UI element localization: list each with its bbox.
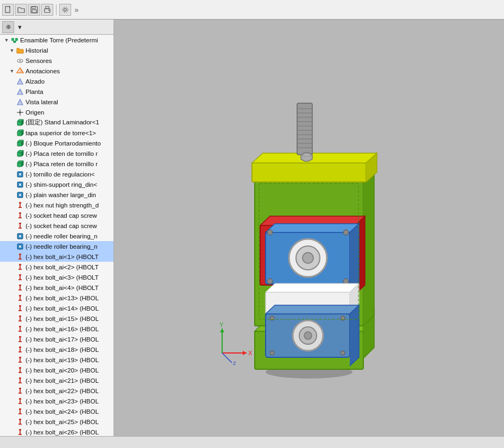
tree-label-hbolt19: (-) hex bolt_ai<19> (HBOL — [26, 357, 99, 363]
tree-item-socket2[interactable]: (-) socket head cap screw — [0, 220, 114, 231]
open-button[interactable] — [15, 4, 27, 16]
folder-icon-historial — [16, 46, 24, 55]
expand-icon-hbolt26 — [9, 429, 15, 436]
tree-item-hbolt15[interactable]: (-) hex bolt_ai<15> (HBOL — [0, 313, 114, 324]
tree-item-hbolt22[interactable]: (-) hex bolt_ai<22> (HBOL — [0, 386, 114, 396]
svg-rect-68 — [18, 269, 22, 270]
expand-icon-socket1 — [9, 212, 15, 219]
bolt-icon-hbolt15 — [16, 314, 24, 323]
expand-icon-hbolt24 — [9, 408, 15, 415]
svg-rect-98 — [18, 372, 22, 373]
expand-icon-hbolt4 — [9, 285, 15, 291]
tree-item-tornillo[interactable]: (-) tornillo de regulacion< — [0, 169, 114, 179]
tree-item-alzado[interactable]: Alzado — [0, 76, 114, 86]
feature-icon-needle1 — [16, 232, 24, 241]
tree-root[interactable]: ▼ Ensamble Torre (Predetermi — [0, 35, 114, 45]
tree-item-shim[interactable]: (-) shim-support ring_din< — [0, 179, 114, 190]
tree-item-tapa[interactable]: tapa superior de torre<1> — [0, 128, 114, 138]
tree-item-hbolt14[interactable]: (-) hex bolt_ai<14> (HBOL — [0, 303, 114, 313]
expand-icon-hexnut — [9, 202, 15, 209]
svg-rect-75 — [19, 295, 21, 296]
tree-item-hbolt17[interactable]: (-) hex bolt_ai<17> (HBOL — [0, 334, 114, 344]
tree-label-bloque: (-) Bloque Portarodamiento — [26, 140, 101, 147]
svg-rect-3 — [32, 10, 36, 12]
tree-item-hbolt25[interactable]: (-) hex bolt_ai<25> (HBOL — [0, 417, 114, 427]
feature-icon-washer — [16, 191, 24, 199]
tree-item-hbolt19[interactable]: (-) hex bolt_ai<19> (HBOL — [0, 355, 114, 365]
bolt-icon-hbolt22 — [16, 387, 24, 395]
tree-item-hbolt4[interactable]: (-) hex bolt_ai<4> (HBOLT — [0, 282, 114, 293]
bolt-icon-hbolt4 — [16, 283, 24, 292]
tree-label-hbolt24: (-) hex bolt_ai<24> (HBOL — [26, 408, 99, 415]
settings-button[interactable] — [59, 4, 71, 16]
expand-icon-placa2 — [9, 161, 15, 167]
expand-root-icon: ▼ — [3, 37, 10, 43]
tree-item-socket1[interactable]: (-) socket head cap screw — [0, 210, 114, 220]
tree-item-placa2[interactable]: (-) Placa reten de tornillo r — [0, 159, 114, 169]
expand-icon-hbolt13 — [9, 295, 15, 301]
svg-text:Y: Y — [219, 321, 224, 328]
assembly-icon — [10, 36, 19, 45]
save-button[interactable] — [28, 4, 40, 16]
svg-rect-36 — [17, 162, 22, 167]
tree-item-hbolt13[interactable]: (-) hex bolt_ai<13> (HBOL — [0, 293, 114, 303]
tree-item-hbolt16[interactable]: (-) hex bolt_ai<16> (HBOL — [0, 324, 114, 334]
tree-item-hbolt24[interactable]: (-) hex bolt_ai<24> (HBOL — [0, 406, 114, 417]
tree-label-placa2: (-) Placa reten de tornillo r — [26, 161, 98, 167]
expand-icon-hbolt2 — [9, 264, 15, 270]
svg-point-160 — [341, 351, 345, 355]
svg-point-147 — [303, 253, 313, 263]
svg-rect-101 — [18, 382, 22, 383]
tree-item-hbolt1[interactable]: (-) hex bolt_ai<1> (HBOLT — [0, 251, 114, 262]
print-button[interactable] — [41, 4, 53, 16]
tree-item-hbolt2[interactable]: (-) hex bolt_ai<2> (HBOLT — [0, 262, 114, 272]
tree-item-hbolt20[interactable]: (-) hex bolt_ai<20> (HBOL — [0, 365, 114, 375]
tree-item-hbolt3[interactable]: (-) hex bolt_ai<3> (HBOLT — [0, 272, 114, 282]
svg-rect-24 — [17, 121, 22, 125]
svg-rect-113 — [18, 424, 22, 425]
tree-item-anotaciones[interactable]: ▼AAnotaciones — [0, 66, 114, 76]
tree-label-hbolt13: (-) hex bolt_ai<13> (HBOL — [26, 295, 99, 301]
tree-label-hbolt3: (-) hex bolt_ai<3> (HBOLT — [26, 274, 99, 281]
tree-item-stand[interactable]: (固定) Stand Laminador<1 — [0, 117, 114, 128]
svg-rect-90 — [19, 346, 21, 348]
new-button[interactable] — [2, 4, 14, 16]
tree-item-hbolt23[interactable]: (-) hex bolt_ai<23> (HBOL — [0, 396, 114, 406]
tree-item-hexnut[interactable]: (-) hex nut high strength_d — [0, 200, 114, 210]
svg-rect-72 — [19, 285, 21, 286]
bolt-icon-hbolt3 — [16, 273, 24, 282]
tree-item-hbolt21[interactable]: (-) hex bolt_ai<21> (HBOL — [0, 375, 114, 386]
expand-icon-vista-lateral — [9, 99, 15, 105]
tree-item-planta[interactable]: Planta — [0, 86, 114, 97]
tree-item-sensores[interactable]: Sensores — [0, 55, 114, 66]
tree-item-hbolt26[interactable]: (-) hex bolt_ai<26> (HBOL — [0, 427, 114, 436]
toolbar-expand-button[interactable]: » — [72, 5, 81, 14]
tree-item-needle2[interactable]: (-) needle roller bearing_n — [0, 241, 114, 251]
part-icon-bloque — [16, 139, 24, 148]
tree-label-hbolt23: (-) hex bolt_ai<23> (HBOL — [26, 398, 99, 405]
tree-item-origen[interactable]: Origen — [0, 107, 114, 117]
tree-item-washer[interactable]: (-) plain washer large_din — [0, 190, 114, 200]
tree-item-vista-lateral[interactable]: Vista lateral — [0, 97, 114, 107]
tree-item-hbolt18[interactable]: (-) hex bolt_ai<18> (HBOL — [0, 344, 114, 355]
svg-point-156 — [304, 332, 312, 339]
tree-label-origen: Origen — [26, 109, 45, 116]
tree-item-placa1[interactable]: (-) Placa reten de tornillo r — [0, 148, 114, 159]
3d-viewport[interactable]: X Y Z — [114, 20, 504, 436]
tree-item-needle1[interactable]: (-) needle roller bearing_n — [0, 231, 114, 241]
expand-icon-hbolt20 — [9, 367, 15, 374]
tree-label-hbolt17: (-) hex bolt_ai<17> (HBOL — [26, 336, 99, 343]
svg-rect-87 — [19, 336, 21, 338]
filter-button[interactable]: ⊕ — [2, 21, 14, 33]
assembly-view: X Y Z — [211, 71, 407, 386]
svg-rect-53 — [18, 217, 22, 218]
svg-rect-86 — [18, 331, 22, 332]
bolt-icon-hbolt14 — [16, 304, 24, 313]
tree-label-hbolt15: (-) hex bolt_ai<15> (HBOL — [26, 316, 99, 322]
svg-point-148 — [267, 230, 273, 235]
expand-icon-tapa — [9, 130, 15, 136]
expand-icon-hbolt17 — [9, 336, 15, 343]
tree-item-historial[interactable]: ▼Historial — [0, 45, 114, 55]
tree-item-bloque[interactable]: (-) Bloque Portarodamiento — [0, 138, 114, 148]
feature-tree[interactable]: ▼ Ensamble Torre (Predetermi ▼Historial … — [0, 35, 114, 436]
